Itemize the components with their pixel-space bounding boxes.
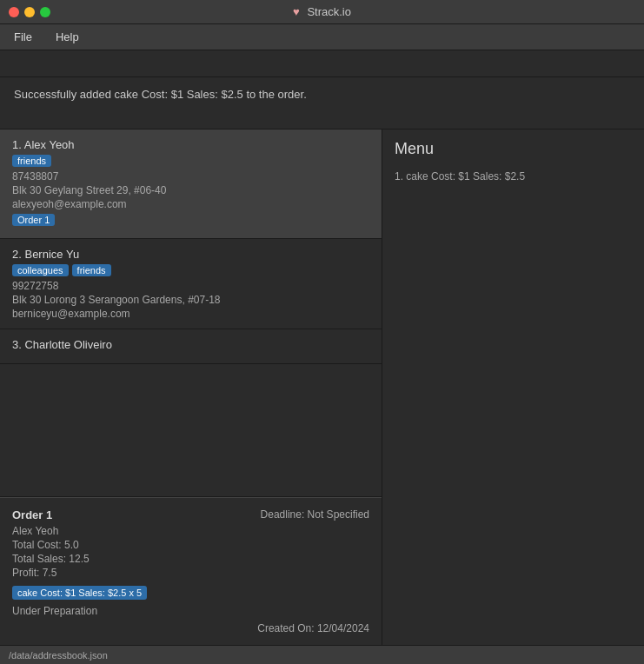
order-cost: Total Cost: 5.0: [12, 539, 369, 551]
minimize-button[interactable]: [24, 7, 35, 17]
status-path: /data/addressbook.json: [9, 650, 108, 661]
maximize-button[interactable]: [40, 7, 50, 17]
order-title: Order 1: [12, 508, 52, 521]
close-button[interactable]: [9, 7, 19, 17]
right-panel: Menu 1. cake Cost: $1 Sales: $2.5: [382, 129, 644, 645]
contact-phone-1: 87438807: [12, 170, 369, 183]
contact-phone-2: 99272758: [12, 280, 369, 292]
contact-name-1: 1. Alex Yeoh: [12, 138, 369, 151]
order-deadline: Deadline: Not Specified: [261, 508, 369, 521]
right-menu-title: Menu: [395, 140, 632, 158]
left-panel: 1. Alex Yeoh friends 87438807 Blk 30 Gey…: [0, 129, 382, 645]
order-customer: Alex Yeoh: [12, 525, 369, 537]
contact-order-tag-1: Order 1: [12, 214, 369, 226]
search-bar: [0, 50, 644, 77]
menu-entry-1: 1. cake Cost: $1 Sales: $2.5: [395, 167, 632, 186]
contact-name-3: 3. Charlotte Oliveiro: [12, 338, 369, 351]
order-sales: Total Sales: 12.5: [12, 553, 369, 565]
tag-order-1: Order 1: [12, 214, 55, 226]
contact-address-1: Blk 30 Geylang Street 29, #06-40: [12, 184, 369, 196]
title-icon: ♥: [293, 5, 300, 18]
title-bar: ♥ Strack.io: [0, 0, 644, 24]
contact-name-2: 2. Bernice Yu: [12, 248, 369, 261]
contact-tags-1: friends: [12, 155, 369, 167]
menu-help[interactable]: Help: [50, 29, 84, 45]
tag-friends-1: friends: [12, 155, 51, 167]
contact-item-1[interactable]: 1. Alex Yeoh friends 87438807 Blk 30 Gey…: [0, 129, 382, 239]
order-panel: Order 1 Deadline: Not Specified Alex Yeo…: [0, 497, 382, 645]
order-created: Created On: 12/04/2024: [12, 622, 369, 634]
status-bar: /data/addressbook.json: [0, 645, 644, 664]
search-input[interactable]: [7, 57, 637, 70]
tag-friends-2: friends: [72, 264, 111, 276]
menu-file[interactable]: File: [9, 29, 37, 45]
contact-email-1: alexyeoh@example.com: [12, 198, 369, 210]
main-content: 1. Alex Yeoh friends 87438807 Blk 30 Gey…: [0, 129, 644, 645]
traffic-lights: [9, 7, 50, 17]
window-title: ♥ Strack.io: [293, 5, 351, 18]
contacts-list[interactable]: 1. Alex Yeoh friends 87438807 Blk 30 Gey…: [0, 129, 382, 497]
tag-colleagues-2: colleagues: [12, 264, 69, 276]
contact-address-2: Blk 30 Lorong 3 Serangoon Gardens, #07-1…: [12, 294, 369, 306]
menu-bar: File Help: [0, 24, 644, 50]
contact-email-2: berniceyu@example.com: [12, 308, 369, 320]
contact-item-2[interactable]: 2. Bernice Yu colleagues friends 9927275…: [0, 239, 382, 329]
order-item-tag: cake Cost: $1 Sales: $2.5 x 5: [12, 586, 147, 600]
order-header: Order 1 Deadline: Not Specified: [12, 508, 369, 521]
contact-tags-2: colleagues friends: [12, 264, 369, 276]
contact-item-3[interactable]: 3. Charlotte Oliveiro: [0, 329, 382, 364]
order-status: Under Preparation: [12, 605, 369, 617]
notification-text: Successfully added cake Cost: $1 Sales: …: [14, 88, 307, 101]
order-profit: Profit: 7.5: [12, 567, 369, 579]
notification-banner: Successfully added cake Cost: $1 Sales: …: [0, 77, 644, 129]
